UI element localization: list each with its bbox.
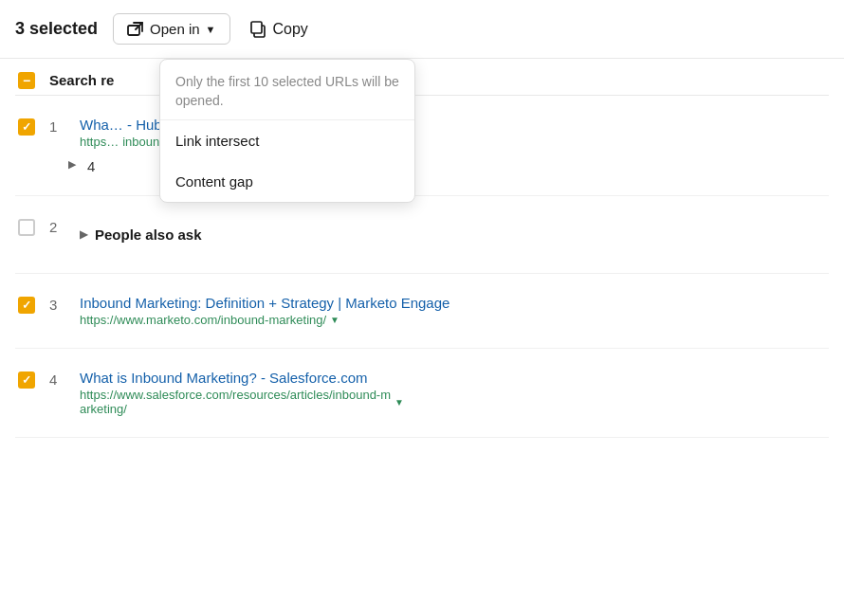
checkbox-1[interactable]: ✓ xyxy=(18,118,35,136)
result-group-4: ✓ 4 What is Inbound Marketing? - Salesfo… xyxy=(15,349,829,438)
checkbox-cell-4: ✓ xyxy=(15,370,38,389)
result-title-4[interactable]: What is Inbound Marketing? - Salesforce.… xyxy=(80,370,829,386)
toolbar: 3 selected Open in ▼ Copy Only the first… xyxy=(0,0,844,59)
dropdown-item-content-gap[interactable]: Content gap xyxy=(160,161,414,202)
checkbox-cell-2 xyxy=(15,217,38,236)
table-row-4: ✓ 4 What is Inbound Marketing? - Salesfo… xyxy=(15,360,829,426)
checkbox-4[interactable]: ✓ xyxy=(18,371,35,389)
copy-icon xyxy=(249,21,266,38)
svg-rect-2 xyxy=(251,22,262,33)
result-group-1: ✓ 1 Wha… - HubSpot https… inbound-market… xyxy=(15,96,829,196)
selected-count: 3 selected xyxy=(15,19,98,39)
result-content-4: What is Inbound Marketing? - Salesforce.… xyxy=(80,370,829,416)
url-text-1: https… xyxy=(80,135,119,149)
result-group-3: ✓ 3 Inbound Marketing: Definition + Stra… xyxy=(15,274,829,349)
sub-row-1: ▶ 4 xyxy=(15,158,829,184)
header-title: Search re xyxy=(49,72,114,88)
checkmark-icon-4: ✓ xyxy=(22,374,31,386)
expand-arrow-1[interactable]: ▶ xyxy=(68,158,76,171)
result-title-3[interactable]: Inbound Marketing: Definition + Strategy… xyxy=(80,295,829,311)
checkbox-cell-3: ✓ xyxy=(15,295,38,314)
result-number-4: 4 xyxy=(49,370,68,388)
header-checkbox-cell: − xyxy=(15,70,38,89)
search-results-header: − Search re xyxy=(15,59,829,96)
url-text-3: https://www.marketo.com/inbound-marketin… xyxy=(80,313,326,327)
header-checkbox[interactable]: − xyxy=(18,72,35,89)
content-area: − Search re ✓ 1 Wha… - HubSpot https… in… xyxy=(0,59,844,438)
url-chevron-3: ▼ xyxy=(330,315,339,325)
open-in-icon xyxy=(127,22,144,37)
result-group-2: 2 ▶ People also ask xyxy=(15,196,829,274)
open-in-chevron: ▼ xyxy=(206,24,216,35)
result-url-4[interactable]: https://www.salesforce.com/resources/art… xyxy=(80,388,829,416)
checkbox-2[interactable] xyxy=(18,219,35,236)
checkmark-icon-3: ✓ xyxy=(22,299,31,311)
url-text-4: https://www.salesforce.com/resources/art… xyxy=(80,388,391,416)
open-in-dropdown: Only the first 10 selected URLs will be … xyxy=(159,59,415,203)
result-content-3: Inbound Marketing: Definition + Strategy… xyxy=(80,295,829,327)
table-row-3: ✓ 3 Inbound Marketing: Definition + Stra… xyxy=(15,285,829,336)
url-chevron-4: ▼ xyxy=(394,397,404,408)
table-row-2: 2 ▶ People also ask xyxy=(15,208,829,262)
minus-icon: − xyxy=(23,74,30,87)
result-number-3: 3 xyxy=(49,295,68,313)
checkbox-3[interactable]: ✓ xyxy=(18,297,35,314)
expand-arrow-2[interactable]: ▶ xyxy=(80,228,87,241)
dropdown-tooltip: Only the first 10 selected URLs will be … xyxy=(160,60,414,120)
table-row: ✓ 1 Wha… - HubSpot https… inbound-market… xyxy=(15,107,829,158)
sub-count-1: 4 xyxy=(87,158,95,174)
result-url-3[interactable]: https://www.marketo.com/inbound-marketin… xyxy=(80,313,829,327)
copy-button[interactable]: Copy xyxy=(246,15,312,44)
result-content-2: ▶ People also ask xyxy=(80,217,829,252)
section-heading-2: ▶ People also ask xyxy=(80,217,829,252)
open-in-label: Open in xyxy=(150,21,200,37)
result-number-1: 1 xyxy=(49,117,68,135)
checkbox-cell-1: ✓ xyxy=(15,117,38,136)
result-number-2: 2 xyxy=(49,217,68,235)
section-title-2: People also ask xyxy=(95,226,202,243)
open-in-button[interactable]: Open in ▼ xyxy=(113,13,229,45)
copy-label: Copy xyxy=(273,21,308,38)
dropdown-item-link-intersect[interactable]: Link intersect xyxy=(160,120,414,161)
checkmark-icon: ✓ xyxy=(22,121,31,133)
